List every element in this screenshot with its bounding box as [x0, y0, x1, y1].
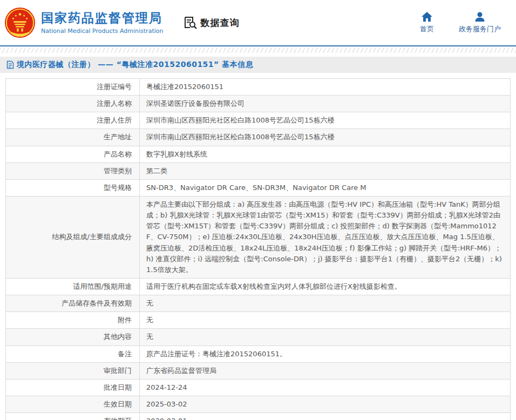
table-row: 型号规格SN-DR3、Navigator DR Care、SN-DR3M、Nav…	[6, 179, 511, 196]
table-row: 结构及组成/主要组成成分本产品主要由以下部分组成：a) 高压发生器：由高压电源（…	[6, 196, 511, 278]
row-value: 深圳市南山区西丽阳光社区松白路1008号艺晶公司15栋六楼	[140, 129, 511, 146]
row-value: 广东省药品监督管理局	[140, 362, 511, 379]
row-label: 型号规格	[6, 179, 140, 196]
page-title: 境内医疗器械（注册） —— “粤械注准20152060151” 基本信息	[17, 60, 253, 70]
document-icon	[6, 60, 14, 69]
row-value: 适用于医疗机构在固定或车载X射线检查室内对人体乳腺部位进行X射线摄影检查。	[140, 278, 511, 295]
table-row: 注册人名称深圳圣诺医疗设备股份有限公司	[6, 96, 511, 112]
user-icon	[474, 11, 486, 22]
row-value: 第二类	[140, 162, 511, 179]
row-label: 其他内容	[6, 329, 140, 346]
row-label: 附件	[6, 312, 140, 329]
row-label: 注册人名称	[6, 96, 140, 112]
data-query-title: 数据查询	[184, 16, 239, 29]
table-row: 审批部门广东省药品监督管理局	[6, 362, 511, 379]
row-value: 2030-03-01	[140, 413, 511, 420]
row-label: 管理类别	[6, 162, 140, 179]
row-value: 数字乳腺X射线系统	[140, 146, 511, 162]
row-label: 产品储存条件及有效期	[6, 295, 140, 312]
row-value: 无	[140, 312, 511, 329]
table-row: 产品储存条件及有效期无	[6, 295, 511, 312]
info-table-body: 注册证编号粤械注准20152060151注册人名称深圳圣诺医疗设备股份有限公司注…	[6, 79, 511, 420]
breadcrumb: 境内医疗器械（注册） —— “粤械注准20152060151” 基本信息	[0, 57, 516, 73]
data-query-icon	[184, 16, 198, 29]
org-name-en: National Medical Products Administration	[41, 28, 163, 35]
row-value: 深圳圣诺医疗设备股份有限公司	[140, 96, 511, 112]
national-emblem-icon	[4, 7, 36, 38]
row-label: 产品名称	[6, 146, 140, 162]
home-icon	[421, 11, 433, 22]
table-row: 附件无	[6, 312, 511, 329]
row-label: 批准日期	[6, 379, 140, 396]
row-label: 生效日期	[6, 396, 140, 412]
table-row: 批准日期2024-12-24	[6, 379, 511, 396]
row-value: 2024-12-24	[140, 379, 511, 396]
row-label: 注册人住所	[6, 112, 140, 129]
header-nav: 首页 政务服务门户	[420, 11, 501, 34]
org-names: 国家药品监督管理局 National Medical Products Admi…	[41, 11, 163, 35]
row-label: 审批部门	[6, 362, 140, 379]
nav-home-label: 首页	[420, 24, 434, 34]
row-value: 无	[140, 329, 511, 346]
table-row: 产品名称数字乳腺X射线系统	[6, 146, 511, 162]
table-row: 注册证编号粤械注准20152060151	[6, 79, 511, 96]
row-value: 无	[140, 295, 511, 312]
table-row: 有效期至2030-03-01	[6, 413, 511, 420]
row-label: 适用范围/预期用途	[6, 278, 140, 295]
row-label: 有效期至	[6, 413, 140, 420]
row-value: 原产品注册证号：粤械注准20152060151。	[140, 346, 511, 362]
table-row: 适用范围/预期用途适用于医疗机构在固定或车载X射线检查室内对人体乳腺部位进行X射…	[6, 278, 511, 295]
table-row: 管理类别第二类	[6, 162, 511, 179]
row-label: 注册证编号	[6, 79, 140, 96]
row-label: 结构及组成/主要组成成分	[6, 196, 140, 278]
row-value: 本产品主要由以下部分组成：a) 高压发生器：由高压电源（型号:HV IPC）和高…	[140, 196, 511, 278]
data-query-label: 数据查询	[200, 17, 239, 29]
nav-portal[interactable]: 政务服务门户	[459, 11, 501, 34]
table-row: 生效日期2025-03-02	[6, 396, 511, 412]
row-value: 深圳市南山区西丽阳光社区松白路1008号艺晶公司15栋六楼	[140, 112, 511, 129]
org-name-zh: 国家药品监督管理局	[41, 11, 163, 26]
row-value: 粤械注准20152060151	[140, 79, 511, 96]
table-row: 生产地址深圳市南山区西丽阳光社区松白路1008号艺晶公司15栋六楼	[6, 129, 511, 146]
nav-portal-label: 政务服务门户	[459, 24, 501, 34]
table-row: 注册人住所深圳市南山区西丽阳光社区松白路1008号艺晶公司15栋六楼	[6, 112, 511, 129]
table-row: 备注原产品注册证号：粤械注准20152060151。	[6, 346, 511, 362]
hatch-divider	[0, 48, 516, 53]
site-header: 国家药品监督管理局 National Medical Products Admi…	[0, 0, 516, 46]
logo-group[interactable]: 国家药品监督管理局 National Medical Products Admi…	[4, 7, 163, 38]
row-label: 备注	[6, 346, 140, 362]
registration-info-table: 注册证编号粤械注准20152060151注册人名称深圳圣诺医疗设备股份有限公司注…	[5, 78, 511, 420]
row-value: 2025-03-02	[140, 396, 511, 412]
nav-home[interactable]: 首页	[420, 11, 434, 34]
row-value: SN-DR3、Navigator DR Care、SN-DR3M、Navigat…	[140, 179, 511, 196]
row-label: 生产地址	[6, 129, 140, 146]
table-row: 其他内容无	[6, 329, 511, 346]
